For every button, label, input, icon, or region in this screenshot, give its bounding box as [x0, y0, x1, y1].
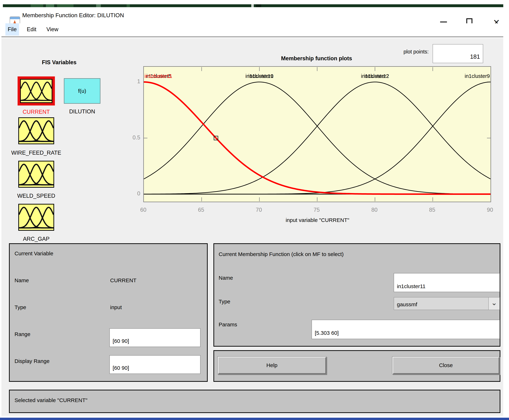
variable-icon-dilution[interactable]: f(u) — [64, 78, 100, 104]
x-tick-label: 80 — [362, 207, 387, 213]
variable-label-current[interactable]: CURRENT — [12, 109, 61, 115]
strip-dash — [57, 4, 74, 7]
x-tick-label: 65 — [189, 207, 214, 213]
icon-mf-curve — [19, 207, 53, 228]
display-range-label: Display Range — [15, 358, 50, 364]
minimize-button[interactable] — [440, 22, 447, 22]
name-label: Name — [15, 277, 29, 284]
mf-type-value: gaussmf — [397, 298, 417, 309]
strip-dash — [251, 4, 254, 7]
plot-points-label: plot points: — [380, 49, 429, 55]
x-tick-label: 85 — [420, 207, 445, 213]
icon-mf-curve — [21, 82, 52, 100]
status-bar: Selected variable "CURRENT" — [9, 390, 500, 413]
range-label: Range — [15, 331, 30, 337]
icon-mf-curve — [19, 121, 53, 141]
menu-view[interactable]: View — [44, 23, 61, 36]
status-text: Selected variable "CURRENT" — [15, 397, 87, 403]
icon-mf-curve — [19, 121, 53, 141]
x-tick-label: 75 — [304, 207, 329, 213]
icon-mf-curve — [19, 121, 53, 141]
x-tick-label: 70 — [246, 207, 271, 213]
variable-icon-arc-gap[interactable] — [18, 204, 54, 231]
name-value: CURRENT — [110, 277, 136, 284]
mf-params-label: Params — [219, 322, 237, 328]
chevron-down-icon[interactable]: ⌄ — [488, 298, 500, 310]
strip-dash — [256, 4, 261, 7]
icon-mf-curve — [19, 164, 53, 185]
plot-title: Membership function plots — [215, 55, 418, 62]
x-tick-label: 90 — [477, 207, 502, 213]
x-axis-label: input variable "CURRENT" — [251, 217, 384, 223]
mf-label-in1cluster10[interactable]: in1cluster10 — [245, 73, 273, 79]
mf-type-dropdown[interactable]: gaussmf ⌄ — [394, 297, 500, 310]
variable-label-wire-feed-rate[interactable]: WIRE_FEED_RATE — [0, 150, 73, 156]
icon-mf-curve — [21, 82, 52, 100]
strip-dash — [96, 4, 101, 7]
mf-params-input[interactable] — [311, 320, 500, 339]
membership-function-editor-window: Membership Function Editor: DILUTION ✕ F… — [0, 0, 509, 420]
variable-icon-weld-speed[interactable] — [18, 161, 54, 188]
strip-dash — [127, 4, 130, 7]
title-bar: Membership Function Editor: DILUTION ✕ — [1, 7, 503, 23]
current-mf-title: Current Membership Function (click on MF… — [219, 251, 344, 257]
mf-name-label: Name — [219, 275, 233, 281]
mf-label-layer: in1cluster5in1cluster11in1cluster1in1clu… — [144, 67, 491, 202]
icon-mf-curve — [19, 164, 53, 185]
fis-variables-header: FIS Variables — [32, 59, 86, 66]
variable-label-dilution[interactable]: DILUTION — [59, 108, 105, 115]
menu-file[interactable]: File — [5, 23, 19, 36]
icon-mf-curve — [19, 207, 53, 228]
menu-separator — [1, 36, 503, 38]
mf-label-in1cluster9[interactable]: in1cluster9 — [465, 73, 490, 79]
help-button[interactable]: Help — [217, 356, 326, 374]
y-tick-label: 0.5 — [115, 134, 140, 141]
variable-label-weld-speed[interactable]: WELD_SPEED — [4, 193, 69, 199]
variable-icon-current[interactable] — [20, 79, 52, 103]
mf-label-in1cluster12[interactable]: in1cluster12 — [361, 73, 389, 79]
y-tick-label: 1 — [115, 78, 140, 85]
range-input[interactable] — [109, 328, 200, 347]
type-value: input — [110, 304, 122, 310]
window-title: Membership Function Editor: DILUTION — [22, 7, 124, 23]
strip-dash — [31, 4, 43, 7]
display-range-input[interactable] — [109, 355, 200, 374]
strip-dash — [46, 4, 54, 7]
mf-name-input[interactable] — [394, 273, 500, 292]
y-tick-label: 0 — [115, 190, 140, 197]
close-button[interactable]: Close — [392, 356, 500, 374]
icon-mf-curve — [19, 207, 53, 228]
mf-label-in1cluster11[interactable]: in1cluster11 — [145, 73, 172, 79]
menu-edit[interactable]: Edit — [24, 23, 39, 36]
variable-icon-wire-feed-rate[interactable] — [18, 117, 54, 144]
desktop-artifact-strip — [3, 4, 503, 7]
icon-mf-curve — [19, 164, 53, 185]
menu-bar: File Edit View — [1, 23, 503, 36]
icon-header-bar — [10, 17, 20, 19]
type-label: Type — [15, 304, 26, 310]
current-variable-title: Current Variable — [15, 250, 53, 256]
variable-label-arc-gap[interactable]: ARC_GAP — [4, 236, 69, 242]
taskbar-sliver — [0, 418, 509, 420]
mf-plot-canvas[interactable]: in1cluster5in1cluster11in1cluster1in1clu… — [143, 66, 491, 202]
fu-icon: f(u) — [78, 88, 86, 94]
x-tick-label: 60 — [131, 207, 156, 213]
plot-points-input[interactable] — [433, 44, 483, 63]
icon-mf-curve — [21, 82, 52, 100]
mf-type-label: Type — [219, 299, 230, 305]
